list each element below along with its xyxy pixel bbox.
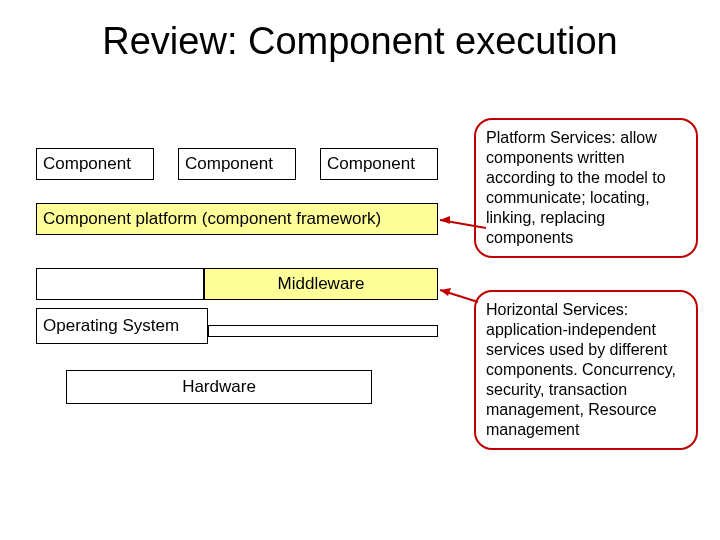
hardware-box: Hardware [66,370,372,404]
component-platform-box: Component platform (component framework) [36,203,438,235]
operating-system-box: Operating System [36,308,208,344]
middleware-box: Middleware [204,268,438,300]
component-box-2: Component [178,148,296,180]
os-extension-box [208,325,438,337]
component-box-3: Component [320,148,438,180]
platform-services-callout: Platform Services: allow components writ… [474,118,698,258]
horizontal-services-callout: Horizontal Services: application-indepen… [474,290,698,450]
empty-box-left [36,268,204,300]
slide-title: Review: Component execution [0,20,720,63]
component-box-1: Component [36,148,154,180]
